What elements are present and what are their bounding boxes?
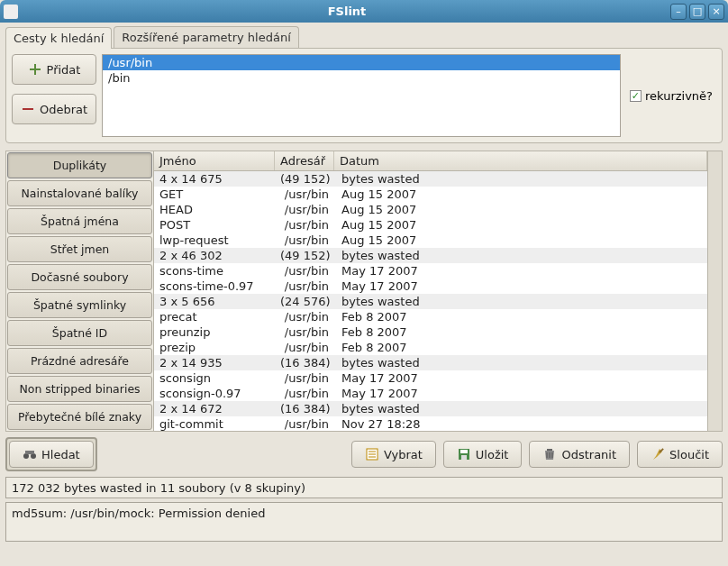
cell-name: scons-time-0.97 [154, 278, 275, 294]
minimize-button[interactable]: – [670, 4, 687, 20]
cell-name: sconsign [154, 370, 275, 386]
table-row[interactable]: 3 x 5 656(24 576)bytes wasted [154, 294, 707, 309]
cell-name: precat [154, 309, 275, 324]
cell-dir: /usr/bin [275, 370, 334, 386]
cell-date: Feb 8 2007 [334, 340, 707, 355]
table-row[interactable]: sconsign-0.97/usr/binMay 17 2007 [154, 386, 707, 401]
cell-dir: (16 384) [275, 355, 334, 370]
table-row[interactable]: sconsign/usr/binMay 17 2007 [154, 370, 707, 386]
table-row[interactable]: precat/usr/binFeb 8 2007 [154, 309, 707, 324]
col-dir[interactable]: Adresář [275, 151, 334, 170]
cell-name: sconsign-0.97 [154, 386, 275, 401]
remove-button[interactable]: Odebrat [12, 94, 96, 124]
cell-dir: /usr/bin [275, 202, 334, 217]
delete-button[interactable]: Odstranit [529, 441, 630, 468]
sidebar-item-emptydirs[interactable]: Prázdné adresáře [7, 348, 152, 374]
path-item[interactable]: /bin [103, 70, 620, 86]
cell-dir: /usr/bin [275, 217, 334, 233]
path-list[interactable]: /usr/bin /bin [102, 54, 621, 137]
maximize-button[interactable]: □ [689, 4, 705, 20]
cell-date: bytes wasted [334, 401, 707, 416]
cell-name: preunzip [154, 324, 275, 340]
cell-date: Aug 15 2007 [334, 202, 707, 217]
select-button[interactable]: Vybrat [351, 441, 436, 468]
cell-dir: /usr/bin [275, 278, 334, 294]
sidebar-item-badnames[interactable]: Špatná jména [7, 208, 152, 234]
cell-dir: /usr/bin [275, 187, 334, 202]
cell-name: 2 x 14 935 [154, 355, 275, 370]
col-name[interactable]: Jméno [154, 151, 275, 170]
cell-dir: /usr/bin [275, 416, 334, 431]
col-date[interactable]: Datum [334, 151, 707, 170]
cell-date: bytes wasted [334, 294, 707, 309]
merge-button[interactable]: Sloučit [637, 441, 723, 468]
svg-rect-7 [461, 455, 467, 460]
table-body[interactable]: 4 x 14 675(49 152)bytes wastedGET/usr/bi… [154, 171, 707, 431]
paths-panel: Přidat Odebrat /usr/bin /bin ✓ rekurzivn… [5, 48, 723, 143]
save-label: Uložit [476, 448, 509, 461]
scrollbar[interactable] [707, 151, 722, 431]
binoculars-icon [23, 447, 37, 461]
table-header: Jméno Adresář Datum [154, 151, 707, 171]
table-row[interactable]: prezip/usr/binFeb 8 2007 [154, 340, 707, 355]
cell-name: 4 x 14 675 [154, 171, 275, 187]
table-row[interactable]: scons-time-0.97/usr/binMay 17 2007 [154, 278, 707, 294]
table-row[interactable]: scons-time/usr/binMay 17 2007 [154, 263, 707, 278]
cell-date: bytes wasted [334, 248, 707, 263]
cell-dir: /usr/bin [275, 340, 334, 355]
cell-date: May 17 2007 [334, 386, 707, 401]
close-button[interactable]: × [708, 4, 724, 20]
table-row[interactable]: git-commit/usr/binNov 27 18:28 [154, 416, 707, 431]
trash-icon [542, 447, 557, 461]
search-label: Hledat [41, 448, 80, 461]
table-row[interactable]: POST/usr/binAug 15 2007 [154, 217, 707, 233]
titlebar: FSlint – □ × [0, 0, 728, 23]
cell-dir: /usr/bin [275, 263, 334, 278]
tab-paths[interactable]: Cesty k hledání [5, 27, 112, 49]
cell-date: May 17 2007 [334, 370, 707, 386]
table-row[interactable]: lwp-request/usr/binAug 15 2007 [154, 233, 707, 248]
action-bar: Hledat Vybrat Uložit Odstranit Sloučit [5, 437, 723, 471]
category-sidebar: Duplikáty Nainstalované balíky Špatná jm… [6, 151, 154, 431]
recurse-checkbox[interactable]: ✓ rekurzivně? [626, 89, 716, 103]
svg-rect-8 [547, 449, 552, 451]
select-label: Vybrat [384, 448, 423, 461]
app-icon [4, 5, 18, 19]
sidebar-item-nonstripped[interactable]: Non stripped binaries [7, 376, 152, 402]
plus-icon [28, 62, 42, 77]
sidebar-item-badids[interactable]: Špatné ID [7, 320, 152, 346]
cell-date: May 17 2007 [334, 278, 707, 294]
table-row[interactable]: preunzip/usr/binFeb 8 2007 [154, 324, 707, 340]
table-row[interactable]: 4 x 14 675(49 152)bytes wasted [154, 171, 707, 187]
results-table: Jméno Adresář Datum 4 x 14 675(49 152)by… [154, 151, 707, 431]
add-button[interactable]: Přidat [12, 54, 96, 85]
sidebar-item-packages[interactable]: Nainstalované balíky [7, 180, 152, 206]
delete-label: Odstranit [561, 448, 616, 461]
sidebar-item-tempfiles[interactable]: Dočasné soubory [7, 264, 152, 290]
tabs: Cesty k hledání Rozšířené parametry hled… [5, 26, 723, 48]
cell-dir: (49 152) [275, 171, 334, 187]
table-row[interactable]: HEAD/usr/binAug 15 2007 [154, 202, 707, 217]
table-row[interactable]: 2 x 46 302(49 152)bytes wasted [154, 248, 707, 263]
table-row[interactable]: 2 x 14 672(16 384)bytes wasted [154, 401, 707, 416]
cell-date: bytes wasted [334, 171, 707, 187]
sidebar-item-whitespace[interactable]: Přebytečné bílé znaky [7, 404, 152, 430]
table-row[interactable]: 2 x 14 935(16 384)bytes wasted [154, 355, 707, 370]
tab-advanced[interactable]: Rozšířené parametry hledání [114, 26, 298, 48]
broom-icon [651, 447, 665, 461]
cell-name: git-commit [154, 416, 275, 431]
sidebar-item-badsymlinks[interactable]: Špatné symlinky [7, 292, 152, 318]
cell-date: Nov 27 18:28 [334, 416, 707, 431]
search-button[interactable]: Hledat [9, 441, 94, 468]
log-output: md5sum: /usr/bin/mock: Permission denied [5, 502, 723, 542]
cell-date: Feb 8 2007 [334, 324, 707, 340]
table-row[interactable]: GET/usr/binAug 15 2007 [154, 187, 707, 202]
sidebar-item-duplicates[interactable]: Duplikáty [7, 152, 152, 178]
merge-label: Sloučit [669, 448, 709, 461]
cell-date: May 17 2007 [334, 263, 707, 278]
recurse-label: rekurzivně? [645, 89, 713, 103]
sidebar-item-nameclash[interactable]: Střet jmen [7, 236, 152, 262]
path-item[interactable]: /usr/bin [103, 55, 620, 70]
save-button[interactable]: Uložit [443, 441, 523, 468]
select-icon [365, 447, 379, 461]
